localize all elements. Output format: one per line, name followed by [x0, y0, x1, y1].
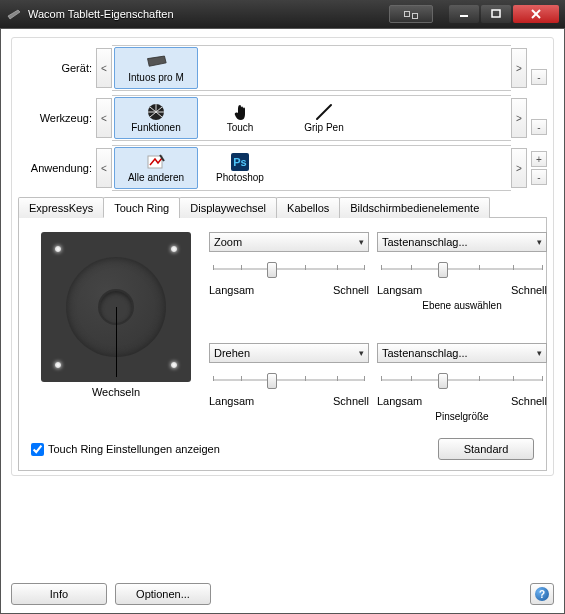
app-tile-label: Photoshop [216, 172, 264, 183]
device-prev[interactable]: < [96, 48, 112, 88]
br-slider[interactable] [377, 373, 547, 397]
bl-select-value: Drehen [214, 347, 250, 359]
device-remove-button[interactable]: - [531, 69, 547, 85]
tabs: ExpressKeys Touch Ring Displaywechsel Ka… [18, 196, 547, 471]
tool-tile-label: Touch [227, 122, 254, 133]
ring-dot-br-icon [171, 362, 177, 368]
help-button[interactable]: ? [530, 583, 554, 605]
tab-displaywechsel[interactable]: Displaywechsel [179, 197, 277, 218]
tablet-icon [145, 53, 167, 71]
device-tile-intuos[interactable]: Intuos pro M [114, 47, 198, 89]
tool-row: Werkzeug: < Funktionen Touch Grip Pen [18, 94, 547, 142]
tool-tile-label: Funktionen [131, 122, 180, 133]
svg-rect-14 [148, 156, 162, 168]
tool-remove-button[interactable]: - [531, 119, 547, 135]
window-title: Wacom Tablett-Eigenschaften [28, 8, 389, 20]
close-button[interactable] [513, 5, 559, 23]
standard-button[interactable]: Standard [438, 438, 534, 460]
svg-line-13 [317, 105, 331, 119]
extra-window-button[interactable] [389, 5, 433, 23]
br-select[interactable]: Tastenanschlag... [377, 343, 547, 363]
app-tile-all[interactable]: Alle anderen [114, 147, 198, 189]
checkbox-input[interactable] [31, 443, 44, 456]
tool-prev[interactable]: < [96, 98, 112, 138]
app-strip: Alle anderen Ps Photoshop [112, 145, 511, 191]
tab-bar: ExpressKeys Touch Ring Displaywechsel Ka… [18, 196, 547, 218]
touchring-bl: Drehen LangsamSchnell [209, 343, 369, 407]
allapps-icon [145, 153, 167, 171]
touch-icon [229, 103, 251, 121]
tool-tile-grippen[interactable]: Grip Pen [282, 97, 366, 139]
svg-rect-1 [492, 10, 500, 17]
tab-body-touchring: Zoom LangsamSchnell [18, 218, 547, 471]
ring-dot-tl-icon [55, 246, 61, 252]
pen-icon [313, 103, 335, 121]
options-button[interactable]: Optionen... [115, 583, 211, 605]
device-label: Gerät: [18, 62, 96, 74]
device-strip: Intuos pro M [112, 45, 511, 91]
tool-strip: Funktionen Touch Grip Pen [112, 95, 511, 141]
app-remove-button[interactable]: - [531, 169, 547, 185]
app-icon [6, 6, 22, 22]
svg-marker-4 [148, 56, 167, 66]
tl-select-value: Zoom [214, 236, 242, 248]
tr-select[interactable]: Tastenanschlag... [377, 232, 547, 252]
top-panel: Gerät: < Intuos pro M > - Werkzeug: < Fu… [11, 37, 554, 476]
tool-tile-functions[interactable]: Funktionen [114, 97, 198, 139]
device-row: Gerät: < Intuos pro M > - [18, 44, 547, 92]
show-touchring-checkbox[interactable]: Touch Ring Einstellungen anzeigen [31, 443, 220, 456]
title-bar: Wacom Tablett-Eigenschaften [0, 0, 565, 28]
ring-dot-bl-icon [55, 362, 61, 368]
app-add-button[interactable]: + [531, 151, 547, 167]
tool-next[interactable]: > [511, 98, 527, 138]
tab-kabellos[interactable]: Kabellos [276, 197, 340, 218]
tool-label: Werkzeug: [18, 112, 96, 124]
tl-slider[interactable] [209, 262, 369, 286]
app-row: Anwendung: < Alle anderen Ps Photoshop >… [18, 144, 547, 192]
br-extra: Pinselgröße [377, 411, 547, 422]
tool-tile-label: Grip Pen [304, 122, 343, 133]
app-prev[interactable]: < [96, 148, 112, 188]
tab-expresskeys[interactable]: ExpressKeys [18, 197, 104, 218]
svg-text:Ps: Ps [233, 156, 246, 168]
minimize-button[interactable] [449, 5, 479, 23]
device-tile-label: Intuos pro M [128, 72, 184, 83]
bl-slider[interactable] [209, 373, 369, 397]
device-next[interactable]: > [511, 48, 527, 88]
footer: Info Optionen... ? [11, 583, 554, 605]
app-tile-label: Alle anderen [128, 172, 184, 183]
maximize-button[interactable] [481, 5, 511, 23]
app-label: Anwendung: [18, 162, 96, 174]
tool-tile-touch[interactable]: Touch [198, 97, 282, 139]
tr-extra: Ebene auswählen [377, 300, 547, 311]
tr-select-value: Tastenanschlag... [382, 236, 468, 248]
ring-center-label: Wechseln [92, 386, 140, 398]
photoshop-icon: Ps [229, 153, 251, 171]
functions-icon [145, 103, 167, 121]
tr-slider[interactable] [377, 262, 547, 286]
br-select-value: Tastenanschlag... [382, 347, 468, 359]
touchring-br: Tastenanschlag... LangsamSchnell Pinselg… [377, 343, 547, 422]
touchring-tr: Tastenanschlag... LangsamSchnell Ebene a… [377, 232, 547, 311]
bl-select[interactable]: Drehen [209, 343, 369, 363]
app-tile-photoshop[interactable]: Ps Photoshop [198, 147, 282, 189]
app-next[interactable]: > [511, 148, 527, 188]
touchring-tl: Zoom LangsamSchnell [209, 232, 369, 296]
info-button[interactable]: Info [11, 583, 107, 605]
checkbox-label: Touch Ring Einstellungen anzeigen [48, 443, 220, 455]
touchring-visual: Wechseln [31, 232, 201, 398]
tl-select[interactable]: Zoom [209, 232, 369, 252]
tab-touchring[interactable]: Touch Ring [103, 197, 180, 218]
ring-graphic [41, 232, 191, 382]
help-icon: ? [535, 587, 549, 601]
tab-bildschirmbedienelemente[interactable]: Bildschirmbedienelemente [339, 197, 490, 218]
ring-dot-tr-icon [171, 246, 177, 252]
